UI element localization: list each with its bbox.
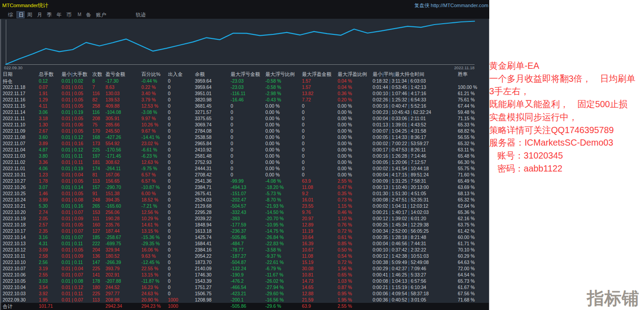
svg-text:022.09.30: 022.09.30 (4, 66, 22, 70)
svg-text:2022.11.18: 2022.11.18 (454, 66, 475, 70)
